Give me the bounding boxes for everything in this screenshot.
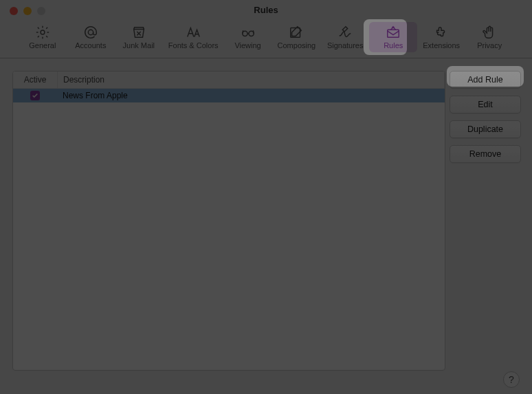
trash-icon — [129, 25, 148, 40]
toolbar-tab-label: Composing — [278, 41, 316, 50]
preferences-window: Rules General Accounts Junk Mail Fonts &… — [0, 0, 532, 394]
active-checkbox[interactable] — [30, 91, 40, 100]
toolbar-tab-privacy[interactable]: Privacy — [465, 22, 513, 52]
window-controls — [10, 7, 45, 15]
svg-point-1 — [88, 30, 93, 34]
puzzle-icon — [432, 25, 451, 40]
toolbar-tab-viewing[interactable]: Viewing — [224, 22, 272, 52]
toolbar-tab-label: Rules — [384, 41, 403, 50]
cell-active — [13, 91, 57, 100]
glasses-icon — [239, 25, 258, 40]
column-header-description[interactable]: Description — [58, 72, 445, 88]
duplicate-rule-button[interactable]: Duplicate — [450, 120, 521, 138]
help-button[interactable]: ? — [503, 371, 520, 388]
hand-icon — [480, 25, 499, 40]
table-row[interactable]: News From Apple — [13, 89, 445, 102]
toolbar-tab-composing[interactable]: Composing — [272, 22, 322, 52]
toolbar-tab-label: Viewing — [234, 41, 261, 50]
toolbar-tab-label: Junk Mail — [123, 41, 155, 50]
rules-icon — [384, 25, 403, 40]
remove-rule-button[interactable]: Remove — [450, 145, 521, 163]
toolbar-tab-label: General — [29, 41, 56, 50]
rules-pane: Active Description News From Apple Add R… — [0, 58, 532, 394]
table-header: Active Description — [13, 72, 445, 89]
gear-icon — [33, 25, 52, 40]
toolbar-tab-rules[interactable]: Rules — [369, 22, 417, 52]
svg-point-0 — [41, 30, 45, 34]
toolbar-tab-label: Privacy — [477, 41, 502, 50]
compose-icon — [287, 25, 306, 40]
toolbar-tab-extensions[interactable]: Extensions — [417, 22, 465, 52]
toolbar-tab-label: Signatures — [327, 41, 364, 50]
edit-rule-button[interactable]: Edit — [450, 96, 521, 113]
window-title: Rules — [0, 0, 532, 19]
zoom-window-button[interactable] — [37, 7, 45, 15]
svg-rect-5 — [388, 30, 399, 37]
preferences-toolbar: General Accounts Junk Mail Fonts & Color… — [0, 19, 532, 58]
rules-actions: Add Rule Edit Duplicate Remove — [450, 71, 521, 163]
rules-table[interactable]: Active Description News From Apple — [12, 71, 445, 371]
at-icon — [81, 25, 100, 40]
fonts-icon — [184, 25, 203, 40]
add-rule-button[interactable]: Add Rule — [450, 71, 521, 89]
toolbar-tab-label: Extensions — [423, 41, 460, 50]
column-header-active[interactable]: Active — [13, 72, 58, 88]
toolbar-tab-accounts[interactable]: Accounts — [67, 22, 115, 52]
toolbar-tab-general[interactable]: General — [19, 22, 67, 52]
toolbar-tab-fontscolors[interactable]: Fonts & Colors — [163, 22, 224, 52]
toolbar-tab-junkmail[interactable]: Junk Mail — [115, 22, 163, 52]
toolbar-tab-label: Accounts — [75, 41, 106, 50]
toolbar-tab-label: Fonts & Colors — [168, 41, 219, 50]
signature-icon — [335, 25, 355, 40]
close-window-button[interactable] — [10, 7, 18, 15]
toolbar-tab-signatures[interactable]: Signatures — [321, 22, 369, 52]
minimize-window-button[interactable] — [23, 7, 32, 15]
cell-description: News From Apple — [57, 91, 133, 100]
